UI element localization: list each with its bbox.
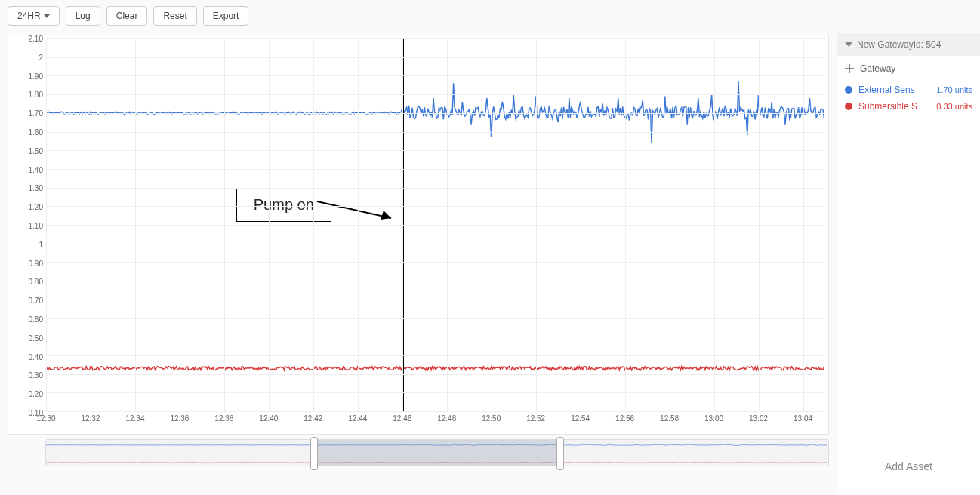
y-tick: 1.60	[29, 128, 43, 137]
x-tick: 12:42	[304, 414, 322, 423]
side-panel: New GatewayId: 504 Gateway External Sens…	[837, 33, 980, 495]
clear-button[interactable]: Clear	[106, 6, 148, 26]
series-external-sensor	[46, 81, 824, 143]
legend-swatch	[845, 86, 852, 94]
triangle-down-icon	[845, 42, 852, 47]
chart-pane: 0.100.200.300.400.500.600.700.800.9011.1…	[0, 33, 837, 495]
arrow-icon	[316, 197, 406, 227]
export-button[interactable]: Export	[203, 6, 249, 26]
legend-value: 0.33 units	[936, 102, 972, 111]
gateway-header-label: New GatewayId: 504	[857, 39, 941, 50]
x-tick: 12:46	[393, 414, 411, 423]
y-tick: 0.80	[29, 278, 43, 286]
y-tick: 1.30	[29, 184, 43, 192]
svg-line-0	[317, 201, 391, 218]
x-tick: 12:58	[660, 414, 679, 423]
add-gateway[interactable]: Gateway	[837, 56, 980, 81]
chart-plot[interactable]: 0.100.200.300.400.500.600.700.800.9011.1…	[8, 35, 829, 435]
y-tick: 1.50	[29, 146, 43, 155]
x-tick: 12:34	[125, 414, 144, 423]
range-selection[interactable]	[314, 440, 560, 466]
y-tick: 0.30	[29, 371, 43, 380]
x-axis: 12:3012:3212:3412:3612:3812:4012:4212:44…	[46, 411, 825, 434]
reset-button[interactable]: Reset	[153, 6, 196, 26]
x-tick: 13:02	[749, 414, 768, 423]
y-tick: 0.60	[29, 315, 43, 324]
range-label: 24HR	[17, 11, 41, 21]
toolbar: 24HR Log Clear Reset Export	[0, 0, 980, 33]
y-tick: 1.70	[29, 109, 43, 118]
y-tick: 2.10	[29, 35, 43, 43]
add-asset[interactable]: Add Asset	[837, 445, 980, 495]
x-tick: 12:44	[348, 414, 367, 423]
legend: External Sens1.70 unitsSubmersible S0.33…	[837, 81, 980, 121]
y-tick: 1.20	[29, 203, 43, 211]
legend-label: Submersible S	[858, 101, 930, 112]
range-dropdown[interactable]: 24HR	[8, 6, 60, 26]
x-tick: 12:56	[615, 414, 634, 423]
legend-swatch	[845, 103, 852, 110]
caret-down-icon	[44, 14, 50, 18]
series-submersible-sensor	[46, 367, 824, 370]
x-tick: 12:54	[571, 414, 590, 423]
y-tick: 0.50	[29, 334, 43, 342]
y-tick: 1.40	[29, 165, 43, 174]
legend-label: External Sens	[858, 85, 930, 95]
y-tick: 0.40	[29, 352, 43, 361]
x-tick: 12:40	[259, 414, 278, 423]
x-tick: 13:00	[704, 414, 723, 423]
range-overview[interactable]	[45, 439, 829, 466]
x-tick: 12:36	[170, 414, 189, 423]
legend-row[interactable]: Submersible S0.33 units	[845, 98, 972, 115]
y-tick: 1.80	[29, 91, 43, 99]
range-handle-left[interactable]	[310, 437, 318, 470]
y-tick: 1.90	[29, 72, 43, 80]
y-tick: 1.10	[29, 222, 43, 230]
x-tick: 12:30	[36, 414, 55, 423]
plus-icon	[845, 64, 854, 73]
legend-row[interactable]: External Sens1.70 units	[845, 81, 972, 98]
range-handle-right[interactable]	[556, 437, 564, 470]
x-tick: 13:04	[794, 414, 812, 423]
x-tick: 12:52	[526, 414, 545, 423]
x-tick: 12:50	[482, 414, 501, 423]
svg-marker-1	[381, 211, 391, 220]
y-tick: 0.20	[29, 390, 43, 398]
x-tick: 12:32	[81, 414, 100, 423]
y-tick: 0.90	[29, 259, 43, 267]
x-tick: 12:48	[437, 414, 456, 423]
legend-value: 1.70 units	[936, 85, 972, 94]
chart-grid: Pump on	[46, 38, 825, 411]
gateway-header[interactable]: New GatewayId: 504	[837, 33, 980, 56]
x-tick: 12:38	[214, 414, 233, 423]
y-tick: 0.70	[29, 297, 43, 305]
add-gateway-label: Gateway	[860, 63, 895, 74]
y-tick: 1	[39, 240, 43, 248]
y-axis: 0.100.200.300.400.500.600.700.800.9011.1…	[8, 35, 46, 411]
log-button[interactable]: Log	[66, 6, 100, 26]
y-tick: 2	[39, 53, 43, 61]
